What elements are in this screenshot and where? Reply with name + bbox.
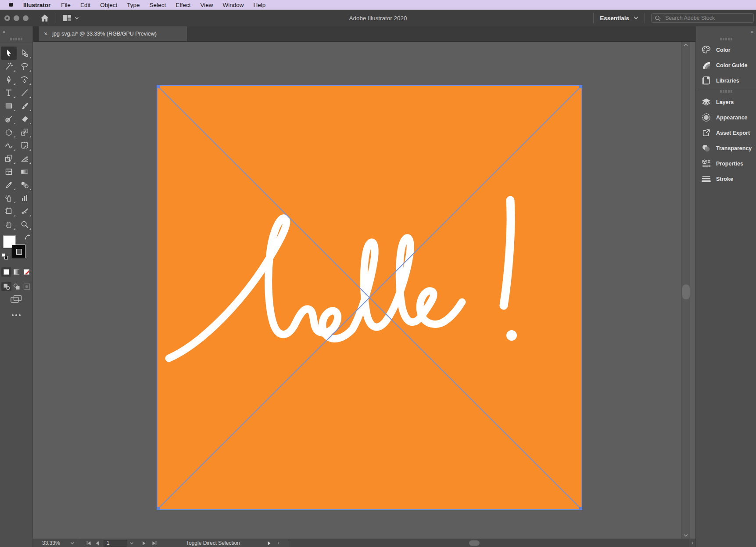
panel-item-appearance[interactable]: Appearance	[696, 110, 756, 125]
tool-free-transform[interactable]	[17, 139, 32, 152]
menu-help[interactable]: Help	[248, 2, 270, 8]
panel-item-layers[interactable]: Layers	[696, 94, 756, 110]
tool-width[interactable]	[1, 139, 17, 152]
tab-close-icon[interactable]: ×	[44, 31, 47, 37]
artboard-number-field[interactable]: 1	[104, 540, 127, 547]
vertical-scrollbar-thumb[interactable]	[682, 284, 690, 299]
menu-illustrator[interactable]: Illustrator	[18, 2, 56, 8]
panel-item-asset-export[interactable]: Asset Export	[696, 125, 756, 140]
panel-item-properties[interactable]: Properties	[696, 156, 756, 171]
tool-artboard[interactable]	[1, 205, 17, 218]
panel-group-grip[interactable]	[720, 90, 732, 93]
scroll-down-icon[interactable]	[683, 534, 688, 537]
tool-magic-wand[interactable]	[1, 60, 17, 73]
scroll-up-icon[interactable]	[683, 43, 688, 47]
change-screen-mode-icon[interactable]	[11, 295, 22, 306]
next-artboard-icon[interactable]	[142, 541, 146, 546]
window-close-button[interactable]	[4, 15, 10, 21]
panel-item-stroke[interactable]: Stroke	[696, 171, 756, 187]
tool-selection[interactable]	[1, 47, 17, 60]
zoom-level[interactable]: 33.33%	[42, 540, 61, 546]
tool-column-graph[interactable]	[17, 191, 32, 205]
tool-paintbrush[interactable]	[17, 99, 32, 112]
draw-inside-icon	[23, 283, 31, 291]
draw-behind-button[interactable]	[11, 282, 21, 291]
tool-gradient[interactable]	[17, 165, 32, 178]
tabbar-notch	[33, 26, 38, 41]
workspace-switcher[interactable]: Essentials	[600, 15, 638, 22]
artboard[interactable]	[157, 85, 582, 510]
panel-item-libraries[interactable]: Libraries	[696, 73, 756, 88]
tool-rectangle[interactable]	[1, 99, 17, 112]
window-minimize-button[interactable]	[14, 15, 19, 21]
panel-group-grip[interactable]	[720, 38, 732, 40]
tool-direct-selection[interactable]	[17, 47, 32, 60]
panel-dock: « Color Color Guide Libraries Layers	[695, 26, 756, 547]
horizontal-scrollbar-thumb[interactable]	[469, 540, 480, 546]
scroll-right-icon[interactable]: ›	[689, 540, 695, 546]
menu-file[interactable]: File	[56, 2, 75, 8]
menu-type[interactable]: Type	[122, 2, 144, 8]
pen-tool-icon	[4, 75, 13, 84]
last-artboard-icon[interactable]	[152, 541, 157, 546]
tool-hand[interactable]	[1, 218, 17, 231]
tool-type[interactable]	[1, 86, 17, 99]
tool-perspective-grid[interactable]	[17, 152, 32, 165]
previous-artboard-icon[interactable]	[95, 541, 99, 546]
arrange-documents-icon[interactable]	[62, 14, 79, 22]
panel-item-transparency[interactable]: Transparency	[696, 140, 756, 156]
menu-object[interactable]: Object	[95, 2, 122, 8]
tool-lasso[interactable]	[17, 60, 32, 73]
menu-effect[interactable]: Effect	[171, 2, 195, 8]
tool-curvature[interactable]	[17, 73, 32, 86]
tool-eyedropper[interactable]	[1, 178, 17, 191]
toolbar-grip[interactable]	[10, 38, 22, 40]
tool-shaper[interactable]	[1, 112, 17, 126]
horizontal-scrollbar[interactable]	[289, 539, 689, 547]
tool-slice[interactable]	[17, 205, 32, 218]
menu-edit[interactable]: Edit	[75, 2, 95, 8]
status-play-icon[interactable]	[267, 541, 271, 546]
swap-fill-stroke-icon[interactable]	[25, 234, 31, 242]
tool-symbol-sprayer[interactable]	[1, 191, 17, 205]
draw-inside-button[interactable]	[21, 282, 32, 291]
gradient-mode-button[interactable]	[11, 267, 21, 277]
menu-window[interactable]: Window	[218, 2, 248, 8]
tool-mesh[interactable]	[1, 165, 17, 178]
tool-eraser[interactable]	[17, 112, 32, 126]
zoom-dropdown-icon[interactable]	[70, 542, 75, 545]
status-action-label[interactable]: Toggle Direct Selection	[186, 540, 240, 546]
panel-group-2: Layers Appearance Asset Export Transpare…	[696, 94, 756, 187]
tool-rotate[interactable]	[1, 126, 17, 139]
tool-blend[interactable]	[17, 178, 32, 191]
tool-pen[interactable]	[1, 73, 17, 86]
tool-shape-builder[interactable]	[1, 152, 17, 165]
home-icon[interactable]	[40, 14, 50, 22]
window-zoom-button[interactable]	[23, 15, 29, 21]
tool-line-segment[interactable]	[17, 86, 32, 99]
first-artboard-icon[interactable]	[86, 541, 91, 546]
stroke-swatch[interactable]	[12, 245, 25, 258]
menu-select[interactable]: Select	[145, 2, 171, 8]
vertical-scrollbar[interactable]	[681, 42, 690, 539]
panel-expand-icon[interactable]: «	[751, 29, 753, 34]
adobe-stock-search[interactable]	[651, 13, 754, 23]
toolbar-collapse-icon[interactable]: «	[3, 29, 5, 34]
edit-toolbar-icon[interactable]	[12, 314, 21, 316]
draw-normal-button[interactable]	[1, 282, 11, 291]
menu-view[interactable]: View	[195, 2, 218, 8]
tool-zoom[interactable]	[17, 218, 32, 231]
scroll-left-icon[interactable]: ‹	[276, 540, 282, 546]
tool-scale[interactable]	[17, 126, 32, 139]
search-input[interactable]	[665, 15, 740, 21]
color-mode-button[interactable]	[1, 267, 11, 277]
panel-item-color[interactable]: Color	[696, 42, 756, 58]
none-mode-button[interactable]	[21, 267, 32, 277]
canvas[interactable]	[33, 42, 695, 539]
panel-item-color-guide[interactable]: Color Guide	[696, 58, 756, 73]
apple-logo-icon[interactable]	[7, 1, 13, 8]
default-fill-stroke-icon[interactable]	[2, 253, 8, 260]
slice-tool-icon	[20, 207, 29, 216]
artboard-dropdown-icon[interactable]	[129, 542, 134, 545]
document-tab[interactable]: × jpg-svg.ai* @ 33.33% (RGB/GPU Preview)	[38, 26, 187, 41]
